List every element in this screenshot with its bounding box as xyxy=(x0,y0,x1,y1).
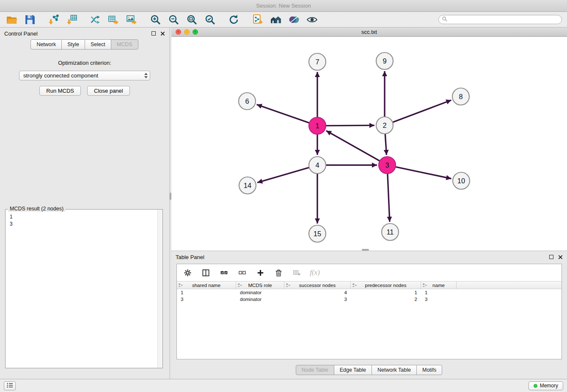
cell-name[interactable]: 3 xyxy=(421,297,457,302)
zoom-fit-icon[interactable] xyxy=(185,13,198,26)
table-panel-title: Table Panel xyxy=(176,254,204,260)
node-9[interactable]: 9 xyxy=(376,52,393,69)
table-tab-edge-table[interactable]: Edge Table xyxy=(334,365,372,375)
tab-select[interactable]: Select xyxy=(85,39,111,50)
control-panel: Control Panel NetworkStyleSelectMCDS Opt… xyxy=(0,28,169,379)
close-panel-icon[interactable] xyxy=(160,31,165,36)
edge-3-1[interactable] xyxy=(326,131,380,161)
add-row-icon[interactable] xyxy=(256,268,265,277)
search-field[interactable] xyxy=(438,15,562,24)
cell-name[interactable]: 1 xyxy=(421,290,457,295)
network-canvas[interactable]: 7968124314101511 xyxy=(171,37,567,251)
criterion-dropdown-value: strongly connected component xyxy=(23,72,98,79)
export-image-icon[interactable] xyxy=(125,13,138,26)
column-header-predecessor-nodes[interactable]: predecessor nodes xyxy=(351,282,421,289)
cell-predecessor-nodes[interactable]: 1 xyxy=(351,290,421,295)
share-network-icon[interactable] xyxy=(89,13,102,26)
show-columns-icon[interactable] xyxy=(201,268,210,277)
mcds-result-title: MCDS result (2 nodes) xyxy=(8,206,65,212)
cell-shared-name[interactable]: 3 xyxy=(177,297,236,302)
table-row[interactable]: 1dominator411 xyxy=(177,289,561,296)
table-tab-motifs[interactable]: Motifs xyxy=(416,365,442,375)
close-window-icon[interactable]: × xyxy=(176,29,181,35)
zoom-selected-icon[interactable] xyxy=(204,13,216,26)
delete-row-icon[interactable] xyxy=(274,268,283,277)
table-tab-network-table[interactable]: Network Table xyxy=(372,365,417,375)
edge-4-14[interactable] xyxy=(257,168,309,183)
edge-3-11[interactable] xyxy=(388,174,390,222)
table-row[interactable]: 3dominator323 xyxy=(177,296,561,303)
close-panel-button[interactable]: Close panel xyxy=(87,86,130,96)
import-network-icon[interactable] xyxy=(47,13,60,26)
cell-MCDS-role[interactable]: dominator xyxy=(236,297,284,302)
export-table-icon[interactable] xyxy=(107,13,120,26)
edge-3-10[interactable] xyxy=(396,167,451,179)
column-header-shared-name[interactable]: shared name xyxy=(177,282,236,289)
show-hide-icon[interactable] xyxy=(306,13,318,26)
tab-style[interactable]: Style xyxy=(61,39,85,50)
run-mcds-button[interactable]: Run MCDS xyxy=(39,86,81,96)
node-6[interactable]: 6 xyxy=(239,93,256,110)
node-15[interactable]: 15 xyxy=(309,225,326,242)
float-panel-icon[interactable] xyxy=(151,31,156,36)
float-table-panel-icon[interactable] xyxy=(549,255,553,259)
column-header-successor-nodes[interactable]: successor nodes xyxy=(284,282,351,289)
cell-MCDS-role[interactable]: dominator xyxy=(236,290,284,295)
tab-mcds[interactable]: MCDS xyxy=(111,39,138,50)
column-header-name[interactable]: name xyxy=(421,282,457,289)
memory-button[interactable]: Memory xyxy=(528,381,563,390)
edge-2-8[interactable] xyxy=(393,100,451,122)
unselect-all-icon[interactable] xyxy=(237,268,247,277)
node-3[interactable]: 3 xyxy=(379,157,396,174)
window-titlebar[interactable]: Session: New Session xyxy=(0,0,567,12)
table-tab-node-table[interactable]: Node Table xyxy=(296,365,334,375)
node-4[interactable]: 4 xyxy=(309,157,326,174)
edge-2-3[interactable] xyxy=(385,134,386,155)
cell-successor-nodes[interactable]: 3 xyxy=(284,297,351,302)
clone-network-icon[interactable] xyxy=(251,13,264,26)
network-graph[interactable]: 7968124314101511 xyxy=(171,37,567,251)
node-10[interactable]: 10 xyxy=(453,172,470,189)
table-options-icon[interactable] xyxy=(183,268,192,277)
node-8[interactable]: 8 xyxy=(452,88,469,105)
home-icon[interactable] xyxy=(269,13,282,26)
zoom-out-icon[interactable] xyxy=(167,13,180,26)
cell-predecessor-nodes[interactable]: 2 xyxy=(351,297,421,302)
style-compare-icon[interactable] xyxy=(287,13,300,26)
node-1[interactable]: 1 xyxy=(309,117,326,134)
zoom-in-icon[interactable] xyxy=(149,13,162,26)
select-all-icon[interactable] xyxy=(219,268,228,277)
table-panel: Table Panel f(x) shared nameMCDS rolesuc… xyxy=(171,251,567,379)
save-session-icon[interactable] xyxy=(23,13,36,26)
node-7[interactable]: 7 xyxy=(309,53,326,70)
close-table-panel-icon[interactable] xyxy=(558,255,563,259)
table-header-row: shared nameMCDS rolesuccessor nodesprede… xyxy=(177,281,561,289)
node-label-9: 9 xyxy=(383,57,386,65)
import-table-icon[interactable] xyxy=(65,13,78,26)
tab-network[interactable]: Network xyxy=(30,39,62,50)
cell-shared-name[interactable]: 1 xyxy=(177,290,236,295)
edge-1-2[interactable] xyxy=(326,125,374,126)
network-window-titlebar[interactable]: ×−+ scc.txt xyxy=(171,28,567,37)
node-table-container: f(x) shared nameMCDS rolesuccessor nodes… xyxy=(176,264,562,359)
main-toolbar xyxy=(0,12,567,28)
zoom-window-icon[interactable]: + xyxy=(193,29,198,35)
node-11[interactable]: 11 xyxy=(382,224,399,240)
result-scrollbar[interactable] xyxy=(157,210,162,368)
refresh-icon[interactable] xyxy=(227,13,240,26)
node-14[interactable]: 14 xyxy=(239,177,256,194)
minimize-window-icon[interactable]: − xyxy=(184,29,190,35)
node-2[interactable]: 2 xyxy=(376,117,393,134)
edge-1-6[interactable] xyxy=(257,105,309,123)
control-panel-title: Control Panel xyxy=(4,30,38,37)
task-list-button[interactable] xyxy=(4,381,16,390)
node-label-15: 15 xyxy=(314,230,321,237)
criterion-dropdown[interactable]: strongly connected component xyxy=(19,71,150,80)
table-panel-header: Table Panel xyxy=(171,251,567,263)
search-input[interactable] xyxy=(449,16,561,23)
memory-button-label: Memory xyxy=(540,383,558,389)
column-header-MCDS-role[interactable]: MCDS role xyxy=(236,282,284,289)
cell-successor-nodes[interactable]: 4 xyxy=(284,290,351,295)
node-label-7: 7 xyxy=(315,58,319,66)
open-file-icon[interactable] xyxy=(5,13,18,26)
